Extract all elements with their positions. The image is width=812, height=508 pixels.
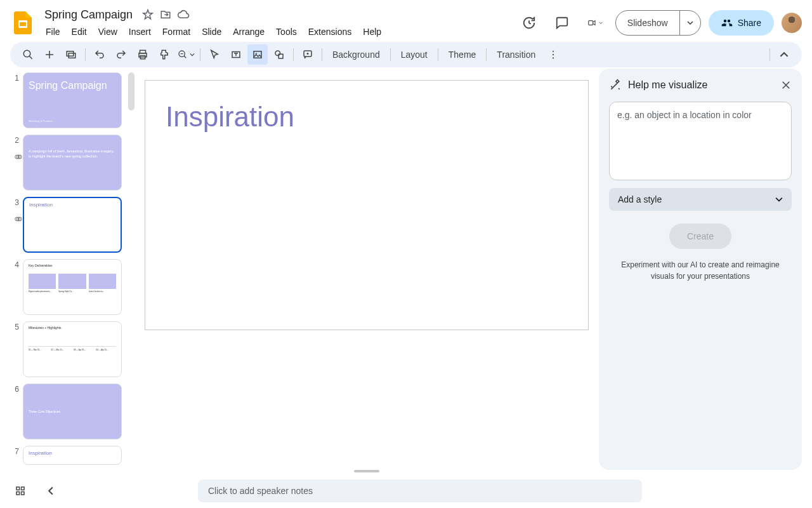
app-header: Spring Campaign File Edit View Insert Fo… xyxy=(0,0,812,41)
menu-slide[interactable]: Slide xyxy=(197,24,226,39)
slide-number: 6 xyxy=(5,384,23,394)
slide-number: 3 xyxy=(5,197,23,207)
create-button[interactable]: Create xyxy=(669,224,731,249)
history-icon[interactable] xyxy=(516,10,542,36)
animation-icon xyxy=(14,215,23,224)
people-icon xyxy=(721,17,733,29)
chevron-down-icon xyxy=(190,52,195,57)
slideshow-button[interactable]: Slideshow xyxy=(616,11,680,35)
slide-filmstrip[interactable]: 1 Spring Campaign Marketing & Products 2… xyxy=(0,67,134,475)
menu-file[interactable]: File xyxy=(41,24,65,39)
slides-logo[interactable] xyxy=(10,10,36,36)
menu-extensions[interactable]: Extensions xyxy=(303,24,357,39)
magic-wand-icon xyxy=(609,79,622,91)
svg-point-3 xyxy=(23,50,30,57)
svg-rect-11 xyxy=(254,51,261,58)
slideshow-button-group: Slideshow xyxy=(615,10,701,36)
layout-button[interactable]: Layout xyxy=(395,44,434,65)
panel-description: Experiment with our AI to create and rei… xyxy=(609,259,792,282)
svg-point-17 xyxy=(553,54,554,55)
slide-thumbnail-2[interactable]: A campaign full of fresh, fantastical, i… xyxy=(23,135,122,190)
menu-insert[interactable]: Insert xyxy=(124,24,156,39)
slideshow-dropdown[interactable] xyxy=(680,11,700,35)
prompt-input[interactable] xyxy=(617,110,783,172)
grid-view-button[interactable] xyxy=(10,481,30,501)
cloud-status-icon[interactable] xyxy=(177,8,190,21)
shape-tool[interactable] xyxy=(269,44,289,65)
svg-rect-2 xyxy=(589,21,593,25)
collapse-filmstrip-button[interactable] xyxy=(41,481,61,501)
speaker-notes[interactable]: Click to add speaker notes xyxy=(198,479,642,502)
style-dropdown-label: Add a style xyxy=(618,194,662,204)
menu-help[interactable]: Help xyxy=(358,24,386,39)
theme-button[interactable]: Theme xyxy=(442,44,483,65)
star-icon[interactable] xyxy=(141,8,154,21)
svg-point-18 xyxy=(553,57,554,58)
slide-number: 2 xyxy=(5,135,23,145)
svg-rect-25 xyxy=(16,487,20,490)
select-tool[interactable] xyxy=(204,44,225,65)
comment-button[interactable] xyxy=(298,44,318,65)
menu-view[interactable]: View xyxy=(93,24,122,39)
zoom-button[interactable] xyxy=(176,44,196,65)
paint-format-button[interactable] xyxy=(154,44,174,65)
undo-button[interactable] xyxy=(89,44,110,65)
svg-point-13 xyxy=(275,51,280,56)
svg-rect-26 xyxy=(22,487,25,490)
slide-canvas-area: Inspiration xyxy=(134,67,599,475)
svg-rect-1 xyxy=(20,22,26,26)
redo-button[interactable] xyxy=(111,44,131,65)
textbox-tool[interactable] xyxy=(226,44,246,65)
menu-tools[interactable]: Tools xyxy=(271,24,302,39)
bottom-bar: Click to add speaker notes xyxy=(0,475,812,507)
prompt-input-container xyxy=(609,102,792,180)
slide-canvas[interactable]: Inspiration xyxy=(145,80,589,330)
comments-icon[interactable] xyxy=(549,10,575,36)
svg-rect-27 xyxy=(16,492,20,495)
more-tools-button[interactable] xyxy=(543,44,563,65)
slide-thumbnail-3[interactable]: Inspiration xyxy=(23,197,122,253)
collapse-toolbar-button[interactable] xyxy=(774,44,794,65)
panel-title: Help me visualize xyxy=(628,79,774,91)
toolbar: Background Layout Theme Transition xyxy=(10,42,802,67)
meet-button[interactable] xyxy=(582,10,608,36)
print-button[interactable] xyxy=(133,44,153,65)
new-slide-button[interactable] xyxy=(39,44,60,65)
chevron-down-icon xyxy=(775,196,783,203)
help-me-visualize-panel: Help me visualize Add a style Create Exp… xyxy=(599,69,802,470)
menu-bar: File Edit View Insert Format Slide Arran… xyxy=(41,24,516,39)
document-title[interactable]: Spring Campaign xyxy=(41,7,136,23)
chevron-down-icon xyxy=(599,20,603,26)
new-slide-layout-button[interactable] xyxy=(61,44,81,65)
chevron-down-icon xyxy=(687,20,693,26)
slide-thumbnail-5[interactable]: Milestones + Highlights 01 — Mar 01... 0… xyxy=(23,321,122,377)
slide-number: 7 xyxy=(5,446,23,456)
menu-arrange[interactable]: Arrange xyxy=(228,24,270,39)
slide-thumbnail-4[interactable]: Key Deliverables Digital media placement… xyxy=(23,259,122,315)
slide-number: 1 xyxy=(5,72,23,83)
share-button[interactable]: Share xyxy=(709,10,774,36)
animation-icon xyxy=(14,152,23,161)
slide-title[interactable]: Inspiration xyxy=(166,101,294,133)
slide-thumbnail-6[interactable]: Three Core Objectives xyxy=(23,384,122,439)
share-label: Share xyxy=(738,18,761,28)
svg-point-16 xyxy=(553,51,554,52)
transition-button[interactable]: Transition xyxy=(490,44,542,65)
close-panel-button[interactable] xyxy=(780,79,792,91)
image-tool[interactable] xyxy=(247,44,268,65)
move-icon[interactable] xyxy=(159,8,172,21)
svg-rect-28 xyxy=(22,492,25,495)
style-dropdown[interactable]: Add a style xyxy=(609,188,792,211)
menu-format[interactable]: Format xyxy=(157,24,195,39)
slide-number: 5 xyxy=(5,321,23,331)
slide-number: 4 xyxy=(5,259,23,269)
menu-edit[interactable]: Edit xyxy=(67,24,92,39)
background-button[interactable]: Background xyxy=(326,44,386,65)
notes-resize-handle[interactable] xyxy=(354,470,379,472)
slide-thumbnail-7[interactable]: Inspiration xyxy=(23,446,122,465)
search-menus-button[interactable] xyxy=(18,44,38,65)
account-avatar[interactable] xyxy=(782,13,802,33)
slide-thumbnail-1[interactable]: Spring Campaign Marketing & Products xyxy=(23,72,122,128)
